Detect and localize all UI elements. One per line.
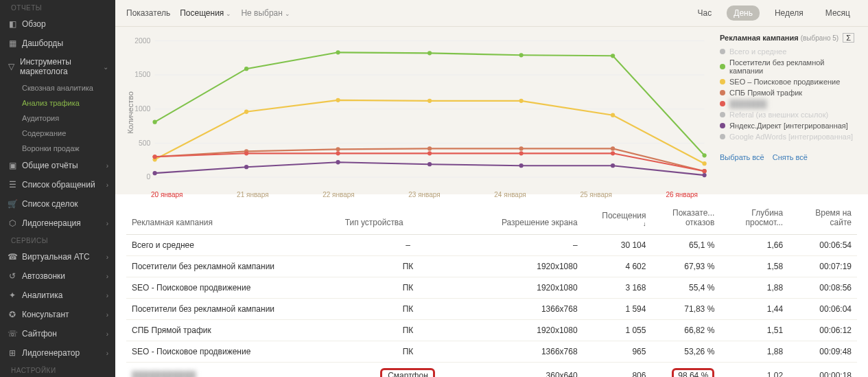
th-visits[interactable]: Посещения↓ [583,201,652,235]
th-device[interactable]: Тип устройства [340,201,477,235]
cell-depth: 1,58 [720,256,788,277]
svg-point-13 [336,50,340,54]
th-time[interactable]: Время на сайте [788,201,857,235]
svg-point-27 [336,147,340,151]
sort-desc-icon: ↓ [589,220,646,227]
legend-item[interactable]: Всего и среднее [720,46,857,57]
svg-point-17 [702,153,706,157]
granularity-week[interactable]: Неделя [768,5,810,21]
legend-dot [720,101,725,106]
sidebar-item-autocalls[interactable]: ↺Автозвонки› [0,266,115,286]
cell-device: ПК [340,320,477,341]
legend-item[interactable]: Посетители без рекламной кампании [720,57,857,76]
chevron-down-icon: ⌄ [103,63,108,71]
table-row[interactable]: Посетители без рекламной кампанииПК1920x… [126,256,857,277]
data-table: Рекламная кампания Тип устройства Разреш… [126,201,857,377]
svg-point-19 [244,110,248,114]
sidebar-item-analytics[interactable]: ✦Аналитика› [0,286,115,305]
cell-visits: 965 [583,341,652,363]
table-row[interactable]: SEO - Поисковое продвижениеПК1366x768965… [126,341,857,363]
legend-item[interactable]: SEO – Поисковое продвижение [720,76,857,87]
th-campaign[interactable]: Рекламная кампания [126,201,340,235]
granularity-hour[interactable]: Час [691,5,719,21]
granularity-month[interactable]: Месяц [819,5,857,21]
table-row[interactable]: Всего и среднее––30 10465,1 %1,6600:06:5… [126,235,857,256]
chart-xlabel: 26 января [666,191,697,198]
chevron-right-icon: › [106,220,108,227]
svg-point-23 [611,113,615,117]
sidebar-item-label: Аналитика [22,290,62,300]
legend-select-all[interactable]: Выбрать всё [720,153,764,161]
svg-point-12 [244,67,248,71]
chevron-right-icon: › [106,292,108,299]
sidebar-item-consultant[interactable]: ✪Консультант› [0,305,115,324]
legend-title-text: Рекламная кампания [720,34,799,42]
magnet-icon: ⬡ [7,218,18,229]
analytics-icon: ✦ [7,290,18,301]
cell-device: ПК [340,277,477,299]
sidebar-subitem-funnels[interactable]: Воронки продаж [0,141,115,156]
legend-item[interactable]: Яндекс.Директ [интегрированная] [720,120,857,131]
cell-device: ПК [340,256,477,277]
legend-item[interactable]: ███████ [720,98,857,109]
granularity-day[interactable]: День [727,5,760,21]
cell-campaign: СПБ Прямой трафик [126,320,340,341]
sitephone-icon: ☏ [7,328,18,339]
cell-visits: 806 [583,363,652,378]
legend-item[interactable]: СПБ Прямой трафик [720,87,857,98]
table-row[interactable]: ███████████Смартфон360x64080698,64 %1,02… [126,363,857,378]
chevron-right-icon: › [106,330,108,338]
cell-depth: 1,88 [720,341,788,363]
cell-depth: 1,44 [720,299,788,320]
secondary-dropdown[interactable]: Не выбран⌄ [241,8,290,18]
chevron-right-icon: › [106,253,108,261]
sidebar-item-overview[interactable]: ◧Обзор [0,14,115,34]
sidebar-item-label: Лидогенератор [22,348,80,358]
sidebar-item-leadgen[interactable]: ⬡Лидогенерация› [0,214,115,233]
svg-point-14 [427,51,432,55]
th-depth[interactable]: Глубина просмот... [720,201,788,235]
cell-visits: 1 594 [583,299,652,320]
legend-label: ███████ [729,100,767,108]
legend-deselect-all[interactable]: Снять всё [773,153,808,161]
table-row[interactable]: СПБ Прямой трафикПК1920x10801 05566,82 %… [126,320,857,341]
svg-point-33 [244,151,248,155]
sidebar-subitem-traffic[interactable]: Анализ трафика [0,95,115,111]
svg-point-40 [244,165,248,169]
sidebar-subitem-e2e[interactable]: Сквозная аналитика [0,80,115,95]
legend-item[interactable]: Referal (из внешних ссылок) [720,109,857,120]
table-row[interactable]: Посетители без рекламной кампанииПК1366x… [126,299,857,320]
svg-text:1000: 1000 [134,105,150,113]
sidebar-item-deals[interactable]: 🛒Список сделок [0,194,115,214]
sidebar-subitem-content[interactable]: Содержание [0,126,115,141]
sidebar-item-general-reports[interactable]: ▣Общие отчёты› [0,156,115,175]
sidebar-item-label: Дашборды [22,38,63,48]
sidebar-item-sitephone[interactable]: ☏Сайтфон› [0,324,115,343]
chevron-right-icon: › [106,273,108,280]
chart-xlabel: 22 января [322,191,354,198]
sigma-icon[interactable]: Σ [843,33,854,43]
cell-campaign: Всего и среднее [126,235,340,256]
svg-point-30 [611,146,615,150]
legend-dot [720,64,725,69]
legend-label: Посетители без рекламной кампании [729,58,857,75]
th-resolution[interactable]: Разрешение экрана [476,201,583,235]
cell-resolution: 360x640 [476,363,583,378]
legend-label: SEO – Поисковое продвижение [729,78,840,86]
sidebar-item-dashboards[interactable]: ▦Дашборды [0,34,115,53]
metric-dropdown[interactable]: Посещения⌄ [180,8,231,18]
legend-label: СПБ Прямой трафик [729,89,802,97]
sidebar-item-marketer-tools[interactable]: ▽Инструменты маркетолога⌄ [0,53,115,80]
sidebar-item-vats[interactable]: ☎Виртуальная АТС› [0,247,115,266]
sidebar-subitem-audience[interactable]: Аудитория [0,111,115,126]
th-bounces[interactable]: Показате... отказов [651,201,720,235]
sidebar-item-leadgenerator[interactable]: ⊞Лидогенератор› [0,343,115,363]
table-row[interactable]: SEO - Поисковое продвижениеПК1920x10803 … [126,277,857,299]
cell-campaign: Посетители без рекламной кампании [126,299,340,320]
svg-point-38 [702,169,706,173]
main-content: Показатель Посещения⌄ Не выбран⌄ Час Ден… [115,0,868,377]
legend-item[interactable]: Google AdWords [интегрированная] [720,131,857,142]
cell-time: 00:09:48 [788,341,857,363]
svg-point-22 [519,99,523,103]
sidebar-item-requests[interactable]: ☰Список обращений› [0,175,115,194]
